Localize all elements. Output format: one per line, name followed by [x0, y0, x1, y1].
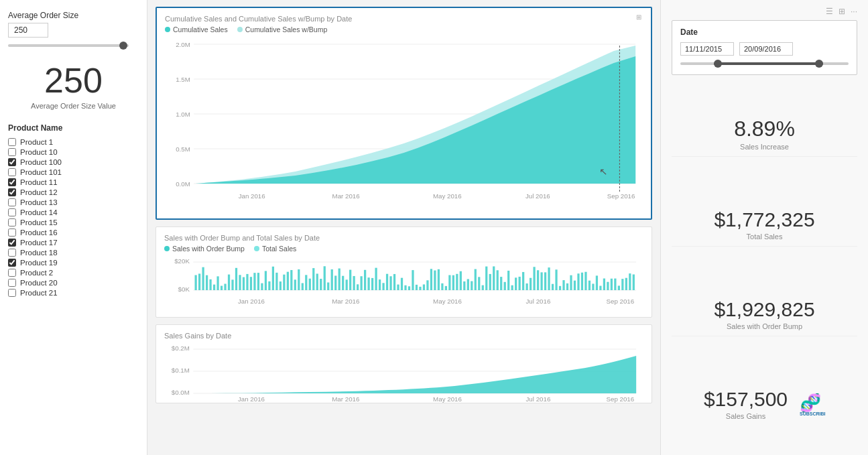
gains-chart-container: $0.2M $0.1M $0.0M Jan 2016 Mar 2016 May … [164, 342, 643, 396]
product-name: Product 20 [20, 279, 58, 287]
list-item[interactable]: Product 17 [8, 239, 139, 247]
range-thumb-left[interactable] [714, 60, 722, 68]
list-item[interactable]: Product 20 [8, 279, 139, 287]
list-item[interactable]: Product 18 [8, 249, 139, 257]
svg-text:May 2016: May 2016 [433, 193, 462, 200]
date-start-input[interactable] [680, 42, 734, 56]
svg-text:Sep 2016: Sep 2016 [607, 193, 635, 200]
svg-text:May 2016: May 2016 [433, 298, 462, 305]
svg-rect-109 [519, 277, 521, 290]
svg-rect-114 [537, 270, 539, 290]
svg-rect-50 [302, 283, 304, 290]
svg-rect-40 [265, 271, 267, 290]
kpi-total-sales-value: $1,772,325 [672, 208, 857, 231]
middle-panel: Cumulative Sales and Cumulative Sales w/… [147, 0, 660, 455]
list-item[interactable]: Product 14 [8, 208, 139, 216]
product-name: Product 19 [20, 259, 58, 267]
svg-rect-116 [544, 272, 546, 290]
more-icon[interactable]: ··· [851, 7, 857, 16]
date-range-slider[interactable] [680, 62, 849, 65]
svg-rect-140 [633, 274, 635, 290]
list-item[interactable]: Product 1 [8, 138, 139, 146]
svg-rect-105 [504, 282, 506, 290]
svg-rect-95 [467, 279, 469, 290]
product-checkbox[interactable] [8, 188, 16, 196]
menu-icon[interactable]: ☰ [826, 7, 833, 16]
product-checkbox[interactable] [8, 229, 16, 237]
svg-rect-45 [283, 275, 285, 290]
svg-rect-124 [574, 281, 576, 290]
subscribe-icon[interactable]: 🧬 SUBSCRIBE [798, 390, 825, 420]
product-checkbox[interactable] [8, 239, 16, 247]
chart-expand-icon[interactable]: ⊞ [636, 13, 645, 23]
list-item[interactable]: Product 100 [8, 158, 139, 166]
svg-rect-46 [287, 272, 289, 290]
date-end-input[interactable] [739, 42, 793, 56]
svg-rect-32 [235, 268, 237, 290]
right-panel: ☰ ⊞ ··· Date 8.89% Sales Increase $1,772… [660, 0, 868, 455]
product-name: Product 21 [20, 289, 58, 297]
product-checkbox[interactable] [8, 249, 16, 257]
product-name: Product 101 [20, 168, 62, 176]
kpi-sales-increase-value: 8.89% [672, 117, 857, 141]
product-checkbox[interactable] [8, 168, 16, 176]
svg-rect-134 [611, 279, 613, 290]
product-checkbox[interactable] [8, 158, 16, 166]
svg-rect-122 [566, 283, 568, 290]
list-item[interactable]: Product 2 [8, 269, 139, 277]
svg-rect-65 [357, 284, 359, 290]
svg-rect-42 [272, 267, 274, 290]
legend-label-bump: Cumulative Sales w/Bump [245, 25, 328, 34]
product-checkbox[interactable] [8, 138, 16, 146]
svg-rect-98 [478, 277, 480, 290]
list-item[interactable]: Product 10 [8, 148, 139, 156]
svg-rect-92 [456, 274, 458, 290]
list-item[interactable]: Product 101 [8, 168, 139, 176]
svg-rect-111 [526, 283, 528, 290]
svg-rect-43 [275, 273, 277, 290]
product-checkbox[interactable] [8, 269, 16, 277]
product-name: Product 10 [20, 148, 58, 156]
product-name: Product 2 [20, 269, 53, 277]
legend-label-cumulative: Cumulative Sales [173, 25, 228, 34]
range-thumb-right[interactable] [815, 60, 823, 68]
product-checkbox[interactable] [8, 259, 16, 267]
product-checkbox[interactable] [8, 218, 16, 226]
product-checkbox[interactable] [8, 198, 16, 206]
product-checkbox[interactable] [8, 208, 16, 216]
svg-rect-35 [246, 274, 248, 290]
svg-rect-89 [445, 286, 447, 290]
list-item[interactable]: Product 12 [8, 188, 139, 196]
slider-value-input[interactable] [8, 23, 48, 38]
product-checkbox[interactable] [8, 148, 16, 156]
list-item[interactable]: Product 16 [8, 229, 139, 237]
svg-rect-74 [389, 276, 391, 290]
svg-rect-90 [448, 275, 450, 290]
cumulative-chart-area: 2.0M 1.5M 1.0M 0.5M 0.0M Jan 2016 Mar 20… [165, 38, 643, 212]
svg-rect-120 [559, 286, 561, 290]
product-checkbox[interactable] [8, 279, 16, 287]
product-checkbox[interactable] [8, 178, 16, 186]
slider-track[interactable] [8, 44, 129, 47]
list-item[interactable]: Product 15 [8, 218, 139, 226]
svg-rect-108 [515, 277, 517, 290]
slider-thumb[interactable] [119, 42, 127, 50]
svg-rect-28 [221, 285, 223, 290]
list-item[interactable]: Product 19 [8, 259, 139, 267]
product-checkbox[interactable] [8, 289, 16, 297]
date-inputs-row [680, 42, 849, 56]
svg-rect-57 [327, 283, 329, 290]
svg-text:Jan 2016: Jan 2016 [239, 193, 265, 200]
list-item[interactable]: Product 21 [8, 289, 139, 297]
legend-dot-sales-bump [164, 246, 170, 251]
svg-text:$0.0M: $0.0M [172, 389, 190, 396]
svg-rect-106 [507, 271, 509, 290]
svg-rect-123 [570, 275, 572, 290]
list-item[interactable]: Product 13 [8, 198, 139, 206]
svg-rect-97 [475, 269, 477, 290]
list-item[interactable]: Product 11 [8, 178, 139, 186]
expand-icon[interactable]: ⊞ [839, 7, 845, 16]
legend-sales-bump: Sales with Order Bump [164, 245, 245, 253]
legend-cumulative-bump: Cumulative Sales w/Bump [237, 25, 328, 34]
svg-rect-93 [460, 271, 462, 290]
